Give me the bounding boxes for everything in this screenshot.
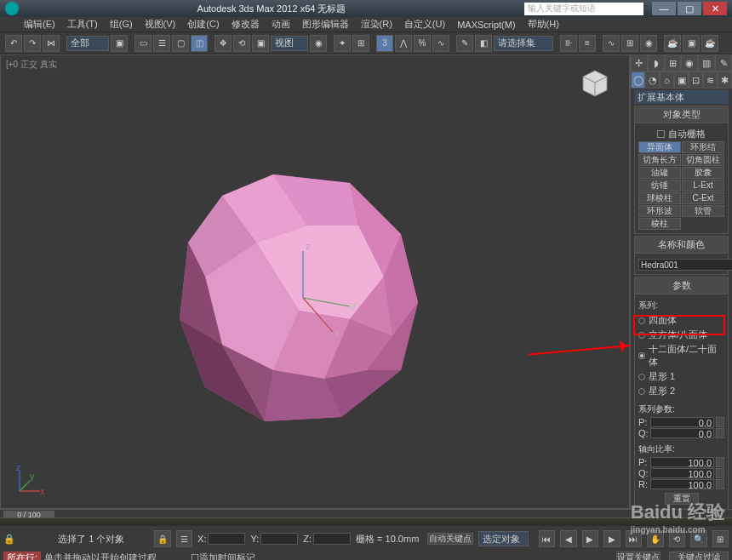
- layers-icon[interactable]: ≡: [579, 35, 596, 52]
- subtab-systems-icon[interactable]: ✱: [718, 71, 732, 89]
- rr-spinner[interactable]: [716, 479, 724, 489]
- help-search-input[interactable]: 输入关键字或短语: [524, 3, 643, 15]
- select-rect-icon[interactable]: ▢: [172, 35, 189, 52]
- nav-max-icon[interactable]: ⊞: [712, 530, 729, 547]
- menu-item[interactable]: 组(G): [110, 18, 133, 31]
- tab-modify-icon[interactable]: ◗: [648, 54, 665, 71]
- pr-spinner[interactable]: [716, 457, 724, 467]
- setkey-button[interactable]: 设置关键点: [616, 551, 661, 560]
- p-input[interactable]: 0.0: [650, 417, 714, 427]
- subtab-shapes-icon[interactable]: ◔: [645, 71, 660, 89]
- curve-editor-icon[interactable]: ∿: [603, 35, 620, 52]
- series-radio[interactable]: 星形 1: [638, 369, 724, 384]
- autokey-button[interactable]: 自动关键点: [427, 533, 473, 545]
- reset-button[interactable]: 重置: [665, 493, 699, 505]
- maximize-button[interactable]: ▢: [678, 2, 701, 15]
- link-icon[interactable]: ⋈: [43, 35, 60, 52]
- play-start-icon[interactable]: ⏮: [539, 530, 555, 547]
- p-spinner[interactable]: [716, 417, 724, 427]
- type-button[interactable]: 软管: [682, 205, 724, 217]
- menu-item[interactable]: 渲染(R): [361, 18, 392, 31]
- menu-item[interactable]: 修改器: [232, 18, 260, 31]
- rr-input[interactable]: 100.0: [650, 479, 714, 489]
- select-name-icon[interactable]: ☰: [153, 35, 170, 52]
- pr-input[interactable]: 100.0: [650, 457, 714, 467]
- menu-item[interactable]: 动画: [272, 18, 290, 31]
- spinner-snap-icon[interactable]: ∿: [432, 35, 449, 52]
- qr-input[interactable]: 100.0: [650, 468, 714, 478]
- crossing-icon[interactable]: ▣: [111, 35, 128, 52]
- add-timemark[interactable]: 添加时间标记: [199, 551, 255, 561]
- move-icon[interactable]: ✥: [214, 35, 232, 52]
- nav-pan-icon[interactable]: ✋: [647, 530, 663, 547]
- render-frame-icon[interactable]: ▣: [683, 35, 700, 52]
- series-radio[interactable]: 星形 2: [638, 384, 724, 398]
- selection-lock[interactable]: 🔒: [3, 534, 53, 545]
- tab-create-icon[interactable]: ✢: [631, 54, 648, 71]
- view-cube[interactable]: [578, 67, 612, 101]
- category-dropdown[interactable]: 扩展基本体: [634, 90, 729, 104]
- rotate-icon[interactable]: ⟲: [233, 35, 250, 52]
- hedra-object[interactable]: z y x: [154, 166, 443, 438]
- subtab-spacewarps-icon[interactable]: ≋: [703, 71, 718, 89]
- ref-coord[interactable]: 视图: [271, 36, 308, 51]
- track-bar[interactable]: [0, 517, 732, 526]
- type-button[interactable]: 棱柱: [638, 218, 681, 230]
- play-icon[interactable]: ▶: [582, 530, 598, 547]
- selection-filter[interactable]: 全部: [66, 36, 109, 51]
- redo-icon[interactable]: ↷: [24, 35, 41, 52]
- align-icon[interactable]: ⊪: [560, 35, 577, 52]
- keymode-icon[interactable]: ⊞: [352, 35, 369, 52]
- type-button[interactable]: 环形波: [638, 205, 681, 217]
- time-thumb[interactable]: 0 / 100: [3, 511, 54, 517]
- q-input[interactable]: 0.0: [650, 428, 714, 438]
- object-name-input[interactable]: [638, 259, 732, 271]
- menu-item[interactable]: 图形编辑器: [302, 18, 349, 31]
- named-sets[interactable]: 请选择集: [494, 36, 553, 51]
- y-coord[interactable]: [260, 533, 298, 545]
- subtab-cameras-icon[interactable]: ▣: [674, 71, 689, 89]
- nav-zoom-icon[interactable]: 🔍: [690, 530, 706, 547]
- type-button[interactable]: 切角圆柱体: [682, 154, 724, 166]
- type-button[interactable]: 异面体: [638, 141, 681, 153]
- type-button[interactable]: 球棱柱: [638, 192, 681, 204]
- menu-item[interactable]: 帮助(H): [528, 18, 559, 31]
- render-setup-icon[interactable]: ☕: [664, 35, 681, 52]
- play-end-icon[interactable]: ⏭: [626, 530, 642, 547]
- keyfilter-sel[interactable]: 选定对象: [478, 531, 529, 546]
- tab-motion-icon[interactable]: ◉: [681, 54, 698, 71]
- tab-display-icon[interactable]: ▥: [698, 54, 715, 71]
- manip-icon[interactable]: ✦: [334, 35, 351, 52]
- menu-item[interactable]: 视图(V): [145, 18, 176, 31]
- subtab-geometry-icon[interactable]: ◯: [631, 71, 645, 89]
- rollout-object-type[interactable]: 对象类型: [634, 106, 729, 123]
- x-coord[interactable]: [208, 533, 245, 545]
- minimize-button[interactable]: —: [652, 2, 676, 15]
- pivot-icon[interactable]: ◉: [310, 35, 327, 52]
- type-button[interactable]: 胶囊: [682, 167, 724, 179]
- viewport[interactable]: [+0 正交 真实 z: [0, 54, 630, 509]
- q-spinner[interactable]: [716, 428, 724, 438]
- subtab-lights-icon[interactable]: ☼: [660, 71, 674, 89]
- mirror-icon[interactable]: ◧: [475, 35, 492, 52]
- rollout-name-color[interactable]: 名称和颜色: [634, 236, 729, 254]
- render-icon[interactable]: ☕: [701, 35, 718, 52]
- named-sel-icon[interactable]: ✎: [456, 35, 473, 52]
- tab-utilities-icon[interactable]: ✎: [715, 54, 732, 71]
- type-button[interactable]: 油罐: [638, 167, 681, 179]
- close-button[interactable]: ✕: [703, 2, 727, 15]
- menu-item[interactable]: 创建(C): [187, 18, 219, 31]
- rollout-params[interactable]: 参数: [634, 277, 729, 294]
- type-button[interactable]: C-Ext: [682, 192, 724, 204]
- type-button[interactable]: L-Ext: [682, 180, 724, 191]
- abs-icon[interactable]: ☰: [176, 530, 192, 547]
- qr-spinner[interactable]: [716, 468, 724, 478]
- z-coord[interactable]: [313, 533, 351, 545]
- type-button[interactable]: 切角长方体: [638, 154, 681, 166]
- menu-item[interactable]: 编辑(E): [24, 18, 55, 31]
- tab-hierarchy-icon[interactable]: ⊞: [665, 54, 682, 71]
- schematic-icon[interactable]: ⊞: [621, 35, 638, 52]
- keyfilter-button[interactable]: 关键点过滤器...: [669, 551, 729, 560]
- type-button[interactable]: 环形结: [682, 141, 724, 153]
- type-button[interactable]: 纺锤: [638, 180, 681, 191]
